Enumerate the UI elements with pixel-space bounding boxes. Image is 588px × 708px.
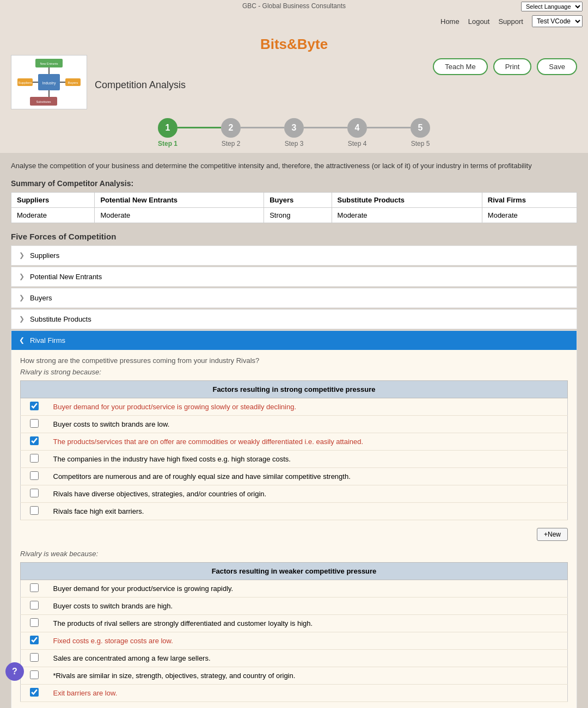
- top-bar: GBC - Global Business Consultants Select…: [0, 0, 588, 12]
- strong-cb-cell-3[interactable]: [21, 450, 48, 467]
- weak-cb-cell-6[interactable]: [21, 684, 48, 701]
- strong-factor-row-2: The products/services that are on offer …: [21, 433, 568, 450]
- header-actions: Teach Me Print Save: [433, 55, 577, 75]
- weak-cb-cell-1[interactable]: [21, 597, 48, 614]
- weak-factor-text-0: Buyer demand for your product/service is…: [48, 580, 568, 597]
- weak-checkbox-6[interactable]: [30, 688, 39, 697]
- nav-logout[interactable]: Logout: [468, 17, 490, 26]
- weak-factor-row-0: Buyer demand for your product/service is…: [21, 580, 568, 597]
- version-select[interactable]: Test VCode: [532, 15, 583, 27]
- step-4-circle: 4: [347, 118, 367, 138]
- strong-checkbox-1[interactable]: [30, 419, 39, 428]
- step-4[interactable]: 4 Step 4: [347, 118, 367, 147]
- nav-home[interactable]: Home: [440, 17, 460, 26]
- strong-checkbox-3[interactable]: [30, 454, 39, 463]
- nav-support[interactable]: Support: [498, 17, 523, 26]
- weak-checkbox-1[interactable]: [30, 601, 39, 610]
- strong-cb-cell-4[interactable]: [21, 467, 48, 485]
- col-substitute: Substitute Products: [332, 192, 482, 207]
- accordion-new-entrants: ❯ Potential New Entrants: [11, 267, 577, 287]
- strong-cb-cell-6[interactable]: [21, 502, 48, 520]
- main-content: Analyse the competition of your business…: [0, 153, 588, 708]
- header-left: Industry Suppliers Buyers New Entrants: [11, 55, 186, 109]
- step-1-label: Step 1: [158, 140, 177, 147]
- val-suppliers: Moderate: [11, 207, 95, 223]
- weak-factor-row-4: Sales are concentrated among a few large…: [21, 649, 568, 667]
- help-button[interactable]: ?: [5, 662, 24, 681]
- strong-factor-row-1: Buyer costs to switch brands are low.: [21, 415, 568, 433]
- strong-cb-cell-0[interactable]: [21, 398, 48, 415]
- accordion-header-buyers[interactable]: ❯ Buyers: [11, 288, 577, 307]
- strong-checkbox-6[interactable]: [30, 506, 39, 515]
- nav-bar: Home Logout Support Test VCode: [0, 12, 588, 30]
- weak-factor-text-5: *Rivals are similar in size, strength, o…: [48, 667, 568, 684]
- weak-factors-table: Factors resulting in weaker competitive …: [20, 562, 568, 702]
- chevron-icon-new-entrants: ❯: [19, 273, 24, 280]
- weak-factor-row-2: The products of rival sellers are strong…: [21, 614, 568, 632]
- weak-cb-cell-0[interactable]: [21, 580, 48, 597]
- col-buyers: Buyers: [264, 192, 332, 207]
- accordion-header-substitute[interactable]: ❯ Substitute Products: [11, 310, 577, 329]
- save-button[interactable]: Save: [537, 58, 577, 75]
- summary-row: Moderate Moderate Strong Moderate Modera…: [11, 207, 577, 223]
- strong-factor-text-6: Rivals face high exit barriers.: [48, 502, 568, 520]
- weak-cb-cell-3[interactable]: [21, 632, 48, 649]
- print-button[interactable]: Print: [493, 58, 532, 75]
- weak-factor-row-1: Buyer costs to switch brands are high.: [21, 597, 568, 614]
- strong-cb-cell-2[interactable]: [21, 433, 48, 450]
- strong-factor-row-5: Rivals have diverse objectives, strategi…: [21, 485, 568, 502]
- teach-me-button[interactable]: Teach Me: [433, 58, 487, 75]
- strong-cb-cell-5[interactable]: [21, 485, 48, 502]
- col-new-entrants: Potential New Entrants: [95, 192, 264, 207]
- strong-cb-cell-1[interactable]: [21, 415, 48, 433]
- steps-container: 1 Step 1 2 Step 2 3 Step 3 4 Step 4 5 St…: [11, 109, 577, 153]
- accordion-label-substitute: Substitute Products: [30, 315, 91, 323]
- weak-checkbox-0[interactable]: [30, 583, 39, 592]
- header: Bits&Byte Industry Suppliers Buyers: [0, 30, 588, 153]
- strong-factor-text-1: Buyer costs to switch brands are low.: [48, 415, 568, 433]
- summary-title: Summary of Competitor Analysis:: [11, 179, 577, 188]
- step-line-1: [177, 127, 221, 128]
- weak-cb-cell-4[interactable]: [21, 649, 48, 667]
- weak-checkbox-5[interactable]: [30, 670, 39, 679]
- step-1-circle: 1: [158, 118, 177, 138]
- strong-factor-text-0: Buyer demand for your product/service is…: [48, 398, 568, 415]
- accordion-header-new-entrants[interactable]: ❯ Potential New Entrants: [11, 267, 577, 286]
- accordion-label-rival: Rival Firms: [30, 336, 65, 344]
- chevron-icon-rival: ❮: [19, 336, 24, 344]
- accordion-buyers: ❯ Buyers: [11, 288, 577, 308]
- weak-factor-text-3: Fixed costs e.g. storage costs are low.: [48, 632, 568, 649]
- accordion-label-buyers: Buyers: [30, 294, 52, 302]
- step-2-label: Step 2: [222, 140, 241, 147]
- svg-text:Buyers: Buyers: [68, 81, 78, 84]
- accordion-header-rival[interactable]: ❮ Rival Firms: [11, 331, 577, 350]
- strong-header: Factors resulting in strong competitive …: [21, 380, 568, 398]
- weak-checkbox-3[interactable]: [30, 636, 39, 644]
- language-dropdown[interactable]: Select Language: [521, 2, 583, 11]
- svg-text:Suppliers: Suppliers: [18, 81, 32, 84]
- step-3-circle: 3: [284, 118, 304, 138]
- weak-checkbox-2[interactable]: [30, 618, 39, 627]
- strong-label: Rivalry is strong because:: [20, 368, 568, 376]
- strong-factor-row-6: Rivals face high exit barriers.: [21, 502, 568, 520]
- language-selector[interactable]: Select Language: [521, 2, 583, 11]
- strong-factor-row-3: The companies in the industry have high …: [21, 450, 568, 467]
- accordion-header-suppliers[interactable]: ❯ Suppliers: [11, 246, 577, 265]
- strong-checkbox-4[interactable]: [30, 471, 39, 480]
- strong-new-button[interactable]: +New: [537, 528, 568, 541]
- svg-text:Industry: Industry: [42, 81, 56, 85]
- weak-checkbox-4[interactable]: [30, 653, 39, 662]
- svg-text:New Entrants: New Entrants: [40, 62, 58, 65]
- weak-cb-cell-2[interactable]: [21, 614, 48, 632]
- step-2[interactable]: 2 Step 2: [221, 118, 241, 147]
- strong-checkbox-5[interactable]: [30, 489, 39, 497]
- strong-factor-text-4: Competitors are numerous and are of roug…: [48, 467, 568, 485]
- weak-label: Rivalry is weak because:: [20, 550, 568, 558]
- strong-checkbox-2[interactable]: [30, 436, 39, 445]
- weak-cb-cell-5[interactable]: [21, 667, 48, 684]
- strong-checkbox-0[interactable]: [30, 402, 39, 410]
- step-5[interactable]: 5 Step 5: [411, 118, 430, 147]
- step-1[interactable]: 1 Step 1: [158, 118, 177, 147]
- page-title: Competition Analysis: [95, 79, 186, 91]
- step-3[interactable]: 3 Step 3: [284, 118, 304, 147]
